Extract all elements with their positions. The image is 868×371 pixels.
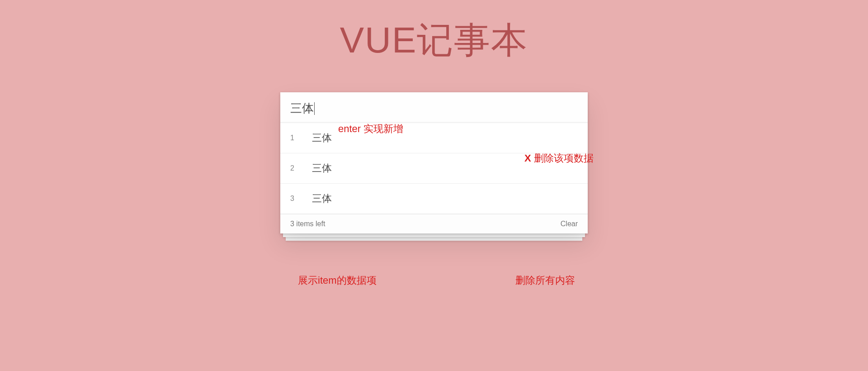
- todo-text: 三体: [303, 192, 578, 205]
- page-title: VUE记事本: [0, 0, 868, 65]
- annotation-clear-hint: 删除所有内容: [515, 274, 575, 287]
- annotation-delete-hint: X删除该项数据: [524, 152, 594, 165]
- todo-index: 1: [290, 134, 303, 142]
- annotation-show-hint: 展示item的数据项: [298, 274, 377, 287]
- annotation-enter-hint: enter 实现新增: [338, 122, 403, 136]
- clear-button[interactable]: Clear: [561, 220, 578, 228]
- new-todo-input[interactable]: [280, 92, 588, 123]
- todo-item[interactable]: 3 三体: [280, 184, 588, 214]
- notepad-footer: 3 items left Clear: [280, 214, 588, 233]
- annotation-delete-text: 删除该项数据: [534, 152, 594, 164]
- input-wrapper: 三体: [280, 92, 588, 123]
- items-left-count: 3 items left: [290, 220, 325, 228]
- annotation-x-icon: X: [524, 152, 531, 164]
- todo-index: 2: [290, 164, 303, 172]
- todo-item[interactable]: 1 三体: [280, 123, 588, 153]
- todo-index: 3: [290, 195, 303, 203]
- todo-list: 1 三体 2 三体 3 三体: [280, 123, 588, 214]
